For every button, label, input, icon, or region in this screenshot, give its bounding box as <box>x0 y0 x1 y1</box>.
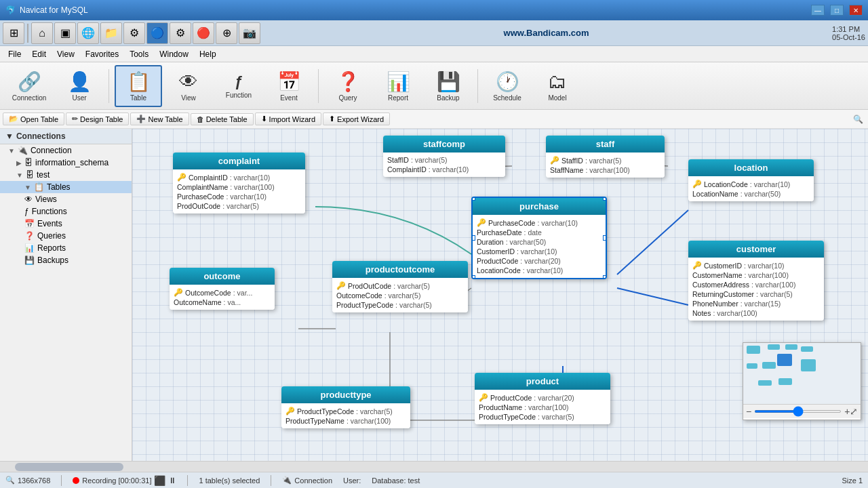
taskbar-icon-5[interactable]: ⚙ <box>123 22 145 44</box>
product-productname-name: ProductName <box>479 403 522 411</box>
menu-edit[interactable]: Edit <box>26 48 52 60</box>
menu-file[interactable]: File <box>3 48 26 60</box>
purchase-field-purchasedate: PurchaseDate : date <box>477 228 601 237</box>
hscroll-thumb[interactable] <box>15 463 123 471</box>
menu-favorites[interactable]: Favorites <box>80 48 124 60</box>
productoutcome-outcomecode-name: OutcomeCode <box>336 291 382 300</box>
close-button[interactable]: ✕ <box>849 5 863 16</box>
table-staff[interactable]: staff 🔑 StaffID : varchar(5) StaffName :… <box>546 136 665 178</box>
sidebar-item-test[interactable]: ▼ 🗄 test <box>0 169 132 181</box>
taskbar-icon-9[interactable]: ⊕ <box>216 22 237 44</box>
connections-header[interactable]: ▼ Connections <box>0 129 132 144</box>
horizontal-scrollbar[interactable] <box>0 461 868 472</box>
new-table-label: New Table <box>148 115 182 123</box>
toolbar-connection[interactable]: 🔗 Connection <box>5 65 53 107</box>
producttype-field-producttypename: ProductTypeName : varchar(100) <box>285 416 406 426</box>
status-resolution: 🔍 1366x768 <box>5 476 50 485</box>
table-location[interactable]: location 🔑 LocationCode : varchar(10) Lo… <box>688 159 814 201</box>
purchase-purchasecode-type: : varchar(10) <box>537 219 578 227</box>
sidebar-item-queries[interactable]: ❓ Queries <box>0 230 132 242</box>
import-wizard-icon: ⬇ <box>261 115 267 123</box>
complaint-field-prodoutcode: ProdOutCode : varchar(5) <box>177 201 301 211</box>
toolbar-schedule[interactable]: 🕐 Schedule <box>484 65 531 107</box>
minimize-button[interactable]: — <box>811 5 825 16</box>
maximize-button[interactable]: □ <box>830 5 844 16</box>
taskbar-icon-3[interactable]: 🌐 <box>77 22 99 44</box>
toolbar-backup[interactable]: 💾 Backup <box>425 65 472 107</box>
table-staffcomp[interactable]: staffcomp StaffID : varchar(5) Complaint… <box>383 136 505 177</box>
outcome-outcomename-type: : va... <box>224 298 241 306</box>
sidebar-item-tables[interactable]: ▼ 📋 Tables <box>0 181 132 193</box>
producttype-producttypename-name: ProductTypeName <box>285 417 344 425</box>
start-button[interactable]: ⊞ <box>3 22 24 44</box>
info-schema-icon: 🗄 <box>24 158 33 167</box>
table-purchase[interactable]: purchase 🔑 PurchaseCode : varchar(10) Pu… <box>471 197 607 279</box>
toolbar-user[interactable]: 👤 User <box>56 65 103 107</box>
taskbar-icon-10[interactable]: 📷 <box>239 22 260 44</box>
taskbar-icon-2[interactable]: ▣ <box>54 22 76 44</box>
search-icon[interactable]: 🔍 <box>850 112 865 127</box>
toolbar-report[interactable]: 📊 Report <box>374 65 422 107</box>
table-product[interactable]: product 🔑 ProductCode : varchar(20) Prod… <box>475 373 610 424</box>
new-table-button[interactable]: ➕ New Table <box>130 113 189 125</box>
purchase-productcode-type: : varchar(20) <box>520 257 561 265</box>
staff-staffname-name: StaffName <box>550 166 583 174</box>
taskbar-icon-6[interactable]: 🔵 <box>146 22 168 44</box>
outcome-outcomecode-type: : var... <box>233 289 253 297</box>
table-outcome[interactable]: outcome 🔑 OutcomeCode : var... OutcomeNa… <box>170 268 275 310</box>
table-producttype[interactable]: producttype 🔑 ProductTypeCode : varchar(… <box>281 386 410 428</box>
purchase-locationcode-name: LocationCode <box>477 266 521 274</box>
purchase-purchasecode-name: PurchaseCode <box>488 219 535 227</box>
erd-canvas[interactable]: staffcomp StaffID : varchar(5) Complaint… <box>132 129 868 461</box>
zoom-in-button[interactable]: + <box>844 406 850 417</box>
user-label: User <box>72 94 86 102</box>
menu-help[interactable]: Help <box>194 48 222 60</box>
taskbar-icon-8[interactable]: 🔴 <box>193 22 214 44</box>
menu-tools[interactable]: Tools <box>124 48 154 60</box>
export-wizard-button[interactable]: ⬆ Export Wizard <box>323 113 390 125</box>
sidebar-item-views[interactable]: 👁 Views <box>0 193 132 205</box>
customer-field-customername: CustomerName : varchar(100) <box>692 270 820 280</box>
table-productoutcome[interactable]: productoutcome 🔑 ProdOutCode : varchar(5… <box>332 261 468 312</box>
toolbar: 🔗 Connection 👤 User 📋 Table 👁 View ƒ Fun… <box>0 62 868 110</box>
taskbar-icon-1[interactable]: ⌂ <box>31 22 53 44</box>
productoutcome-outcomecode-type: : varchar(5) <box>384 291 421 300</box>
sidebar-item-information-schema[interactable]: ▶ 🗄 information_schema <box>0 157 132 169</box>
sidebar-item-functions[interactable]: ƒ Functions <box>0 205 132 218</box>
staff-body: 🔑 StaffID : varchar(5) StaffName : varch… <box>546 152 665 178</box>
menu-view[interactable]: View <box>52 48 80 60</box>
menu-window[interactable]: Window <box>154 48 194 60</box>
toolbar-event[interactable]: 📅 Event <box>265 65 313 107</box>
record-indicator <box>73 477 79 484</box>
open-table-button[interactable]: 📂 Open Table <box>3 113 64 125</box>
zoom-slider[interactable] <box>754 410 842 413</box>
table-customer[interactable]: customer 🔑 CustomerID : varchar(10) Cust… <box>688 241 824 321</box>
delete-table-button[interactable]: 🗑 Delete Table <box>191 113 254 125</box>
staff-staffid-key: 🔑 <box>550 156 559 165</box>
design-table-button[interactable]: ✏ Design Table <box>66 113 129 125</box>
sidebar-item-reports[interactable]: 📊 Reports <box>0 242 132 254</box>
zoom-out-button[interactable]: − <box>746 406 751 417</box>
toolbar-function[interactable]: ƒ Function <box>215 65 262 107</box>
sidebar-item-backups[interactable]: 💾 Backups <box>0 254 132 266</box>
toolbar-query[interactable]: ❓ Query <box>324 65 372 107</box>
product-productname-type: : varchar(100) <box>524 403 568 411</box>
tables-icon: 📋 <box>34 182 44 192</box>
sidebar-item-connection[interactable]: ▼ 🔌 Connection <box>0 144 132 157</box>
taskbar-icon-4[interactable]: 📁 <box>100 22 122 44</box>
taskbar-icon-7[interactable]: ⚙ <box>170 22 191 44</box>
toolbar-model[interactable]: 🗂 Model <box>534 65 581 107</box>
record-stop-button[interactable]: ⬛ <box>154 475 165 486</box>
customer-returningcustomer-type: : varchar(5) <box>756 290 793 298</box>
backup-label: Backup <box>437 94 459 102</box>
purchase-duration-type: : varchar(50) <box>506 238 547 246</box>
record-pause-button[interactable]: ⏸ <box>168 476 176 485</box>
zoom-fit-button[interactable]: ⤢ <box>850 406 858 417</box>
product-field-productcode: 🔑 ProductCode : varchar(20) <box>479 392 606 403</box>
toolbar-table[interactable]: 📋 Table <box>115 65 162 107</box>
sidebar-item-events[interactable]: 📅 Events <box>0 218 132 230</box>
table-complaint[interactable]: complaint 🔑 ComplaintID : varchar(10) Co… <box>173 152 305 214</box>
watermark-text: www.Bandicam.com <box>262 28 831 38</box>
toolbar-view[interactable]: 👁 View <box>165 65 212 107</box>
import-wizard-button[interactable]: ⬇ Import Wizard <box>255 113 321 125</box>
